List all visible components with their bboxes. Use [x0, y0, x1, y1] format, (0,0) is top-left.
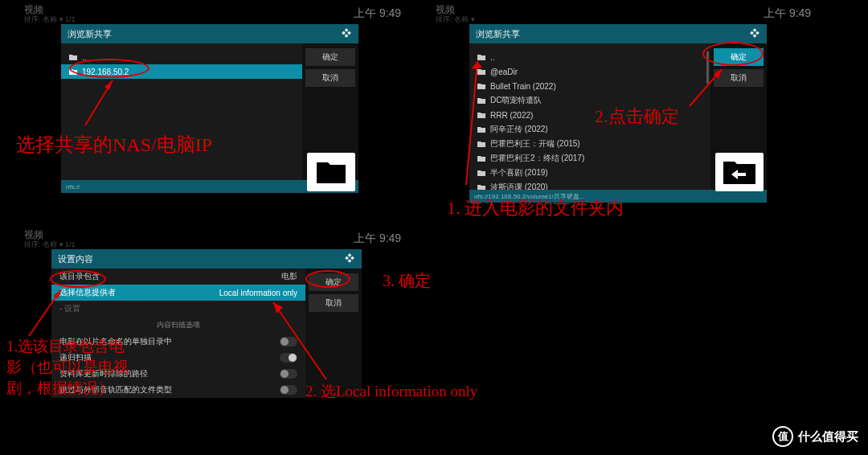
panel2-folder-item[interactable]: RRR (2022): [469, 108, 710, 122]
folder-up-icon: [477, 54, 485, 60]
kodi-icon: [749, 27, 760, 40]
panel1-dialog-title: 浏览新共享: [68, 28, 112, 40]
panel1-dialog-header: 浏览新共享: [61, 24, 358, 43]
folder-label: RRR (2022): [490, 111, 533, 120]
folder-icon: [477, 68, 485, 75]
panel2-folder-item[interactable]: 巴霍巴利王：开端 (2015): [469, 137, 710, 151]
folder-preview-icon: [307, 153, 355, 191]
opt4-label: 跳过与外部音轨匹配的文件类型: [59, 384, 172, 396]
panel3-clock: 上午 9:49: [354, 232, 401, 246]
toggle-icon[interactable]: [280, 369, 297, 379]
panel1-up-label: ..: [82, 53, 87, 62]
panel2-dialog-header: 浏览新共享: [469, 24, 767, 43]
panel2-folder-item[interactable]: DC萌宠特遣队: [469, 93, 710, 108]
folder-label: 巴霍巴利王：开端 (2015): [490, 138, 580, 150]
panel2-footer: nfs://192.168.50.2/volume1/共享硬盘...: [469, 190, 767, 203]
panel2-ok-button[interactable]: 确定: [714, 48, 764, 66]
panel3-settings-row[interactable]: - 设置: [51, 301, 305, 317]
panel2-up-label: ..: [490, 53, 495, 62]
panel3-dialog: 设置内容 该目录包含 电影 选择信息提供者 Local information …: [51, 249, 362, 398]
folder-label: 阿辛正传 (2022): [490, 124, 548, 135]
folder-label: 波斯语课 (2020): [490, 182, 548, 190]
panel1-nas-label: 192.168.50.2: [82, 68, 129, 76]
provider-label: 选择信息提供者: [59, 287, 116, 298]
folder-icon: [477, 112, 485, 118]
toggle-icon[interactable]: [280, 385, 297, 395]
folder-icon: [477, 141, 485, 147]
toggle-icon[interactable]: [280, 353, 297, 363]
panel1-ok-button[interactable]: 确定: [305, 48, 355, 66]
contains-value: 电影: [281, 271, 297, 282]
folder-icon: [477, 126, 485, 133]
folder-back-preview-icon: [715, 153, 764, 191]
folder-icon: [69, 68, 77, 75]
panel2-clock: 上午 9:49: [764, 6, 811, 21]
folder-up-icon: [69, 54, 77, 60]
panel1-up-dir[interactable]: ..: [61, 50, 302, 64]
panel2-footer-path: nfs://192.168.50.2/volume1/共享硬盘...: [474, 192, 584, 201]
panel2-folder-item[interactable]: 波斯语课 (2020): [469, 180, 710, 190]
panel2-up-dir[interactable]: ..: [469, 50, 710, 64]
panel1-cancel-button[interactable]: 取消: [305, 69, 355, 87]
settings-label: - 设置: [59, 303, 80, 314]
scrollbar[interactable]: [706, 51, 709, 84]
opt2-label: 递归扫描: [59, 352, 92, 363]
folder-label: 半个喜剧 (2019): [490, 167, 548, 178]
panel1-clock: 上午 9:49: [354, 6, 401, 21]
panel3-provider-row[interactable]: 选择信息提供者 Local information only: [51, 285, 305, 301]
watermark-icon: 值: [772, 426, 793, 447]
panel2-folder-item[interactable]: 巴霍巴利王2：终结 (2017): [469, 151, 710, 166]
panel1-nas-item[interactable]: 192.168.50.2: [61, 64, 302, 79]
panel3-opt3-row[interactable]: 资料库更新时排除的路径: [51, 366, 305, 382]
panel3-section-title: 内容扫描选项: [51, 317, 305, 334]
folder-label: Bullet Train (2022): [490, 82, 556, 91]
folder-label: DC萌宠特遣队: [490, 95, 542, 106]
folder-icon: [477, 83, 485, 89]
folder-label: @eaDir: [490, 68, 518, 76]
panel3-contains-row[interactable]: 该目录包含 电影: [51, 268, 305, 285]
kodi-icon: [341, 27, 352, 40]
panel2-folder-item[interactable]: @eaDir: [469, 64, 710, 79]
provider-value: Local information only: [219, 289, 297, 297]
folder-icon: [477, 97, 485, 104]
opt3-label: 资料库更新时排除的路径: [59, 368, 148, 379]
toggle-icon[interactable]: [280, 337, 297, 346]
panel2-folder-item[interactable]: Bullet Train (2022): [469, 79, 710, 93]
watermark-text: 什么值得买: [798, 429, 858, 445]
panel2-dialog-title: 浏览新共享: [476, 28, 520, 40]
folder-icon: [477, 170, 485, 176]
panel3-annotation3: 3. 确定: [383, 270, 431, 292]
panel3-dialog-title: 设置内容: [58, 253, 93, 265]
panel3-cancel-button[interactable]: 取消: [309, 294, 358, 312]
folder-icon: [477, 184, 485, 190]
panel2-folder-item[interactable]: 半个喜剧 (2019): [469, 166, 710, 180]
watermark: 值 什么值得买: [772, 426, 858, 447]
panel3-opt1-row[interactable]: 电影在以片名命名的单独目录中: [51, 334, 305, 350]
panel3-opt4-row[interactable]: 跳过与外部音轨匹配的文件类型: [51, 382, 305, 398]
panel2-cancel-button[interactable]: 取消: [714, 69, 764, 87]
panel2-folder-item[interactable]: 阿辛正传 (2022): [469, 122, 710, 137]
folder-label: 巴霍巴利王2：终结 (2017): [490, 153, 584, 164]
panel1-footer-path: nfs://: [66, 183, 80, 191]
kodi-icon: [344, 252, 355, 265]
opt1-label: 电影在以片名命名的单独目录中: [59, 336, 172, 347]
panel3-opt2-row[interactable]: 递归扫描: [51, 350, 305, 366]
folder-icon: [477, 155, 485, 162]
contains-label: 该目录包含: [59, 271, 100, 282]
panel3-dialog-header: 设置内容: [51, 249, 362, 268]
panel3-ok-button[interactable]: 确定: [309, 273, 358, 291]
